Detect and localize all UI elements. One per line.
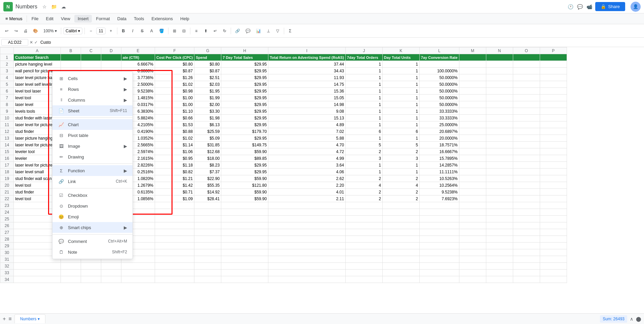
cell-h7[interactable]: $29.95 (221, 95, 268, 101)
cell-p5[interactable] (540, 81, 567, 88)
empty-cell[interactable] (268, 276, 346, 283)
cell-j21[interactable]: 2 (345, 189, 382, 195)
align-button[interactable]: ≡ (192, 26, 200, 36)
cell-g9[interactable]: $3.30 (194, 108, 221, 115)
empty-cell[interactable] (345, 202, 382, 209)
cell-g3[interactable]: $0.87 (194, 68, 221, 74)
cell-o21[interactable] (513, 189, 540, 195)
cell-h8[interactable]: $29.95 (221, 101, 268, 108)
cell-o9[interactable] (513, 108, 540, 115)
cell-m8[interactable] (459, 101, 486, 108)
cell-n20[interactable] (486, 182, 513, 189)
cell-m14[interactable] (459, 142, 486, 148)
empty-cell[interactable] (345, 269, 382, 276)
empty-cell[interactable] (155, 229, 194, 236)
cell-o3[interactable] (513, 68, 540, 74)
empty-cell[interactable] (486, 269, 513, 276)
cell-o14[interactable] (513, 142, 540, 148)
empty-cell[interactable] (345, 222, 382, 229)
cell-k10[interactable]: 1 (382, 115, 419, 121)
cell-j14[interactable]: 5 (345, 142, 382, 148)
cell-n4[interactable] (486, 74, 513, 81)
cell-j10[interactable]: 1 (345, 115, 382, 121)
cell-m17[interactable] (459, 162, 486, 169)
empty-cell[interactable] (268, 222, 346, 229)
cell-e2[interactable]: 6.6667% (121, 61, 155, 68)
cell-p19[interactable] (540, 175, 567, 182)
cell-i8[interactable]: 14.98 (268, 101, 346, 108)
empty-cell[interactable] (459, 256, 486, 263)
empty-cell[interactable] (81, 269, 101, 276)
cell-i13[interactable]: 5.88 (268, 135, 346, 142)
empty-cell[interactable] (221, 243, 268, 249)
cell-i18[interactable]: 4.06 (268, 169, 346, 175)
cell-h5[interactable]: $29.95 (221, 81, 268, 88)
print-button[interactable]: 🖨 (22, 26, 30, 36)
col-header-e[interactable]: E (121, 47, 155, 54)
col-header-m[interactable]: M (459, 47, 486, 54)
empty-cell[interactable] (345, 209, 382, 216)
empty-cell[interactable] (486, 202, 513, 209)
cell-n11[interactable] (486, 121, 513, 128)
italic-button[interactable]: I (129, 26, 137, 36)
menu-option-sheet[interactable]: 📄 Sheet Shift+F11 (52, 105, 132, 116)
cell-p4[interactable] (540, 74, 567, 81)
cell-j15[interactable]: 2 (345, 148, 382, 155)
empty-cell[interactable] (459, 229, 486, 236)
cell-g22[interactable]: $28.41 (194, 195, 221, 202)
empty-cell[interactable] (382, 216, 419, 222)
cell-f22[interactable]: $1.09 (155, 195, 194, 202)
menu-extensions[interactable]: Extensions (148, 15, 176, 23)
empty-cell[interactable] (121, 276, 155, 283)
cell-g10[interactable]: $1.98 (194, 115, 221, 121)
empty-cell[interactable] (513, 202, 540, 209)
empty-cell[interactable] (382, 236, 419, 243)
empty-cell[interactable] (419, 222, 459, 229)
cell-n17[interactable] (486, 162, 513, 169)
col-header-l[interactable]: L (419, 47, 459, 54)
cell-i12[interactable]: 7.02 (268, 128, 346, 135)
cell-k2[interactable]: 1 (382, 61, 419, 68)
empty-cell[interactable] (513, 216, 540, 222)
cell-g15[interactable]: $12.68 (194, 148, 221, 155)
cell-o12[interactable] (513, 128, 540, 135)
cell-l3[interactable]: 100.0000% (419, 68, 459, 74)
add-sheet-button[interactable]: + (3, 316, 6, 322)
empty-cell[interactable] (345, 263, 382, 269)
col-header-o[interactable]: O (513, 47, 540, 54)
cell-g7[interactable]: $1.99 (194, 95, 221, 101)
cell-f18[interactable]: $0.82 (155, 169, 194, 175)
cell-n18[interactable] (486, 169, 513, 175)
cell-k21[interactable]: 2 (382, 189, 419, 195)
cell-p18[interactable] (540, 169, 567, 175)
cell-g19[interactable]: $22.90 (194, 175, 221, 182)
empty-cell[interactable] (540, 263, 567, 269)
cell-g12[interactable]: $25.59 (194, 128, 221, 135)
empty-cell[interactable] (540, 202, 567, 209)
empty-cell[interactable] (382, 222, 419, 229)
cell-n16[interactable] (486, 155, 513, 162)
empty-cell[interactable] (155, 216, 194, 222)
empty-cell[interactable] (486, 216, 513, 222)
folder-icon[interactable]: 📁 (51, 3, 58, 10)
empty-cell[interactable] (419, 209, 459, 216)
empty-cell[interactable] (221, 202, 268, 209)
empty-cell[interactable] (155, 276, 194, 283)
cell-g21[interactable]: $14.92 (194, 189, 221, 195)
empty-cell[interactable] (419, 202, 459, 209)
cell-h17[interactable]: $29.95 (221, 162, 268, 169)
empty-cell[interactable] (513, 229, 540, 236)
cell-n12[interactable] (486, 128, 513, 135)
empty-cell[interactable] (459, 269, 486, 276)
cell-i4[interactable]: 11.93 (268, 74, 346, 81)
cell-p14[interactable] (540, 142, 567, 148)
cell-j19[interactable]: 2 (345, 175, 382, 182)
cell-i1[interactable]: Total Return on Advertising Spend (RoAS) (268, 54, 346, 61)
cell-l17[interactable]: 14.2857% (419, 162, 459, 169)
cell-m19[interactable] (459, 175, 486, 182)
cell-k13[interactable]: 1 (382, 135, 419, 142)
cell-h22[interactable]: $59.90 (221, 195, 268, 202)
cell-h18[interactable]: $29.95 (221, 169, 268, 175)
empty-cell[interactable] (540, 256, 567, 263)
empty-cell[interactable] (459, 202, 486, 209)
